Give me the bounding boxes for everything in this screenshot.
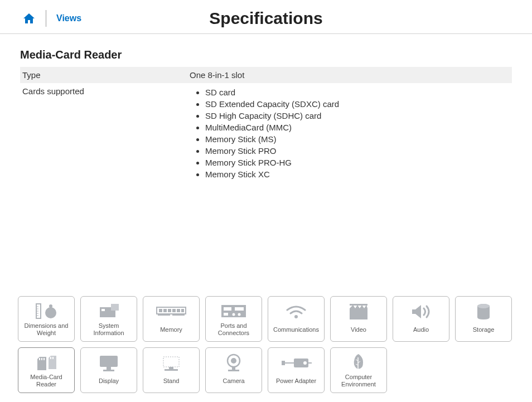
svg-rect-23 (235, 307, 244, 311)
svg-rect-42 (165, 369, 178, 371)
list-item: SD Extended Capacity (SDXC) card (205, 98, 510, 110)
list-item: Memory Stick PRO (205, 145, 510, 157)
home-button[interactable] (22, 12, 36, 25)
svg-point-6 (45, 307, 56, 318)
views-link[interactable]: Views (56, 13, 81, 23)
tile-label: Storage (473, 323, 495, 337)
svg-rect-10 (111, 304, 119, 311)
list-item: Memory Stick PRO-HG (205, 157, 510, 168)
svg-rect-20 (172, 314, 185, 316)
tile-system-information[interactable]: System Information (80, 296, 137, 342)
svg-point-48 (303, 361, 307, 365)
tile-memory[interactable]: Memory (143, 296, 200, 342)
tile-label: Power Adapter (276, 375, 316, 388)
list-item: Memory Stick XC (205, 168, 510, 180)
tile-label: Media-Card Reader (21, 374, 72, 388)
camera-icon (208, 351, 259, 375)
svg-point-27 (294, 315, 298, 318)
tile-label: Memory (160, 323, 182, 337)
media-card-icon (21, 351, 72, 374)
tile-label: Audio (413, 323, 429, 337)
svg-rect-39 (103, 370, 114, 371)
svg-rect-15 (168, 309, 171, 312)
tile-power-adapter[interactable]: Power Adapter (268, 347, 325, 393)
video-icon (333, 300, 384, 323)
header-divider (46, 10, 46, 27)
section-title: Media-Card Reader (20, 49, 512, 61)
svg-rect-36 (52, 357, 54, 359)
spec-value-cards: SD card SD Extended Capacity (SDXC) card… (190, 86, 510, 180)
svg-rect-18 (181, 309, 184, 312)
tile-label: Dimensions and Weight (21, 322, 72, 337)
content: Media-Card Reader Type One 8-in-1 slot C… (0, 34, 532, 183)
svg-point-26 (238, 313, 241, 316)
tile-ports-connectors[interactable]: Ports and Connectors (205, 296, 262, 342)
svg-rect-16 (172, 309, 176, 312)
svg-rect-14 (163, 309, 167, 312)
svg-rect-32 (39, 358, 40, 360)
tile-label: Communications (273, 323, 319, 337)
svg-rect-29 (350, 304, 367, 306)
tile-label: Video (351, 323, 366, 337)
svg-rect-28 (350, 308, 367, 319)
dimensions-weight-icon (21, 300, 72, 322)
tile-computer-environment[interactable]: Computer Environment (330, 347, 387, 393)
tile-camera[interactable]: Camera (205, 347, 262, 393)
svg-rect-40 (163, 357, 179, 367)
svg-point-8 (49, 304, 52, 308)
svg-rect-50 (282, 361, 285, 365)
spec-label-type: Type (22, 70, 190, 80)
tile-storage[interactable]: Storage (455, 296, 512, 342)
spec-label-cards: Cards supported (22, 86, 190, 96)
tile-label: Computer Environment (333, 374, 384, 388)
svg-rect-33 (41, 358, 42, 360)
tile-video[interactable]: Video (330, 296, 387, 342)
svg-rect-11 (101, 309, 105, 311)
tile-communications[interactable]: Communications (268, 296, 325, 342)
list-item: MultiMediaCard (MMC) (205, 122, 510, 133)
storage-icon (458, 300, 509, 323)
wifi-icon (270, 300, 322, 323)
svg-rect-46 (228, 370, 239, 371)
ports-connectors-icon (208, 300, 259, 322)
svg-point-44 (231, 358, 236, 364)
spec-value-type: One 8-in-1 slot (190, 70, 510, 80)
svg-rect-45 (232, 367, 235, 370)
page-title: Specifications (209, 9, 322, 28)
tile-label: Ports and Connectors (208, 322, 259, 337)
tiles-nav: Dimensions and Weight System Information (18, 296, 514, 393)
svg-rect-35 (50, 357, 51, 359)
tile-media-card-reader[interactable]: Media-Card Reader (18, 347, 75, 393)
stand-icon (146, 351, 197, 375)
list-item: Memory Stick (MS) (205, 133, 510, 145)
spec-row-cards: Cards supported SD card SD Extended Capa… (20, 83, 512, 183)
svg-point-25 (233, 313, 235, 316)
tile-stand[interactable]: Stand (143, 347, 200, 393)
cards-list: SD card SD Extended Capacity (SDXC) card… (190, 86, 510, 180)
svg-rect-38 (107, 367, 111, 370)
svg-rect-24 (224, 313, 228, 316)
svg-rect-37 (100, 356, 118, 367)
svg-rect-41 (169, 367, 173, 369)
tile-label: Camera (223, 375, 244, 388)
tile-label: System Information (83, 322, 134, 337)
spec-row-type: Type One 8-in-1 slot (20, 67, 512, 83)
tile-audio[interactable]: Audio (393, 296, 449, 342)
svg-point-31 (477, 304, 490, 308)
svg-rect-19 (158, 314, 170, 316)
display-icon (83, 351, 134, 375)
tile-dimensions-weight[interactable]: Dimensions and Weight (18, 296, 75, 342)
power-adapter-icon (270, 351, 322, 375)
leaf-icon (333, 351, 384, 374)
memory-icon (146, 300, 197, 323)
tile-label: Stand (163, 375, 180, 388)
tile-display[interactable]: Display (80, 347, 137, 393)
svg-rect-13 (159, 309, 162, 312)
tile-label: Display (99, 375, 119, 388)
svg-rect-17 (177, 309, 180, 312)
header: Views Specifications (0, 0, 532, 34)
list-item: SD High Capacity (SDHC) card (205, 110, 510, 122)
list-item: SD card (205, 86, 510, 98)
system-information-icon (83, 300, 134, 322)
home-icon (22, 12, 36, 25)
